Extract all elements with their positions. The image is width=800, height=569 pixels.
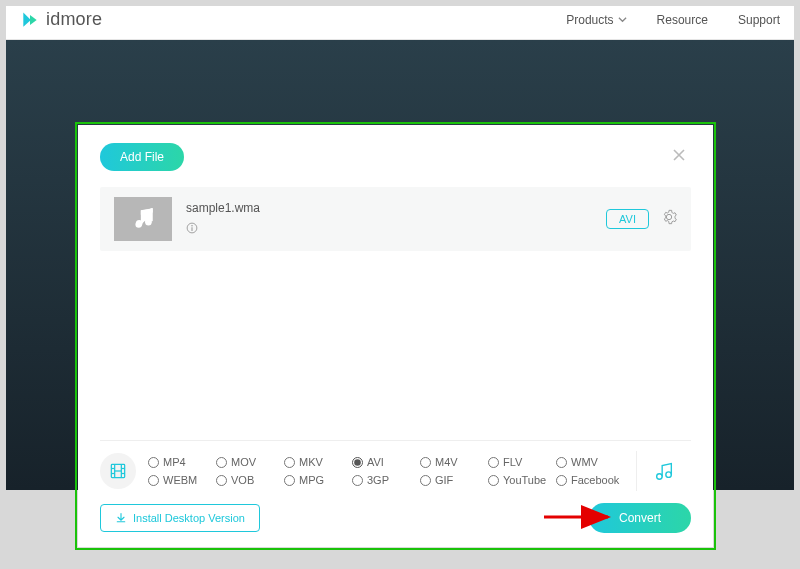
format-label: FLV [503, 456, 522, 468]
brand-logo[interactable]: idmore [20, 9, 102, 30]
file-actions: AVI [606, 209, 677, 229]
svg-point-6 [191, 225, 193, 227]
modal-header: Add File [100, 143, 691, 171]
format-radio[interactable] [216, 457, 227, 468]
format-label: MPG [299, 474, 324, 486]
info-icon[interactable] [186, 220, 260, 238]
format-option-mkv[interactable]: MKV [284, 456, 352, 468]
format-radio[interactable] [148, 475, 159, 486]
nav-products-label: Products [566, 13, 613, 27]
brand-name: idmore [46, 9, 102, 30]
format-label: MKV [299, 456, 323, 468]
format-radio[interactable] [556, 475, 567, 486]
svg-point-16 [657, 474, 663, 480]
format-radio[interactable] [420, 475, 431, 486]
format-option-flv[interactable]: FLV [488, 456, 556, 468]
format-label: M4V [435, 456, 458, 468]
top-nav-bar: idmore Products Resource Support [0, 0, 800, 40]
format-radio[interactable] [284, 475, 295, 486]
format-radio[interactable] [216, 475, 227, 486]
format-label: 3GP [367, 474, 389, 486]
file-thumbnail [114, 197, 172, 241]
formats-grid: MP4MOVMKVAVIM4VFLVWMVWEBMVOBMPG3GPGIFYou… [148, 456, 624, 486]
format-radio[interactable] [352, 475, 363, 486]
format-option-3gp[interactable]: 3GP [352, 474, 420, 486]
nav-resource[interactable]: Resource [657, 13, 708, 27]
format-radio[interactable] [556, 457, 567, 468]
audio-formats-icon[interactable] [636, 451, 675, 491]
format-label: VOB [231, 474, 254, 486]
format-label: Facebook [571, 474, 619, 486]
install-desktop-label: Install Desktop Version [133, 512, 245, 524]
format-option-m4v[interactable]: M4V [420, 456, 488, 468]
format-label: YouTube [503, 474, 546, 486]
output-format-badge[interactable]: AVI [606, 209, 649, 229]
gear-icon[interactable] [661, 209, 677, 229]
format-label: MP4 [163, 456, 186, 468]
format-option-mpg[interactable]: MPG [284, 474, 352, 486]
file-info: sample1.wma [186, 201, 260, 238]
format-option-youtube[interactable]: YouTube [488, 474, 556, 486]
format-option-mov[interactable]: MOV [216, 456, 284, 468]
format-option-avi[interactable]: AVI [352, 456, 420, 468]
format-radio[interactable] [488, 475, 499, 486]
spacer [100, 251, 691, 440]
format-option-facebook[interactable]: Facebook [556, 474, 624, 486]
svg-point-17 [666, 472, 672, 478]
format-option-gif[interactable]: GIF [420, 474, 488, 486]
svg-rect-7 [191, 227, 192, 231]
format-option-wmv[interactable]: WMV [556, 456, 624, 468]
format-option-webm[interactable]: WEBM [148, 474, 216, 486]
install-desktop-button[interactable]: Install Desktop Version [100, 504, 260, 532]
format-radio[interactable] [352, 457, 363, 468]
format-radio[interactable] [488, 457, 499, 468]
music-icon [653, 460, 675, 482]
format-radio[interactable] [420, 457, 431, 468]
converter-modal: Add File sample1.wma AVI [78, 125, 713, 547]
music-note-icon [130, 206, 156, 232]
format-label: MOV [231, 456, 256, 468]
format-label: AVI [367, 456, 384, 468]
add-file-button[interactable]: Add File [100, 143, 184, 171]
nav-links: Products Resource Support [566, 13, 780, 27]
nav-products[interactable]: Products [566, 13, 626, 27]
convert-button[interactable]: Convert [589, 503, 691, 533]
format-radio[interactable] [284, 457, 295, 468]
logo-icon [20, 10, 40, 30]
close-icon[interactable] [667, 143, 691, 171]
file-name: sample1.wma [186, 201, 260, 215]
format-radio[interactable] [148, 457, 159, 468]
nav-support[interactable]: Support [738, 13, 780, 27]
modal-footer: Install Desktop Version Convert [100, 503, 691, 533]
chevron-down-icon [618, 15, 627, 24]
format-option-mp4[interactable]: MP4 [148, 456, 216, 468]
video-formats-icon[interactable] [100, 453, 136, 489]
format-label: WMV [571, 456, 598, 468]
format-option-vob[interactable]: VOB [216, 474, 284, 486]
formats-section: MP4MOVMKVAVIM4VFLVWMVWEBMVOBMPG3GPGIFYou… [100, 440, 691, 491]
format-label: GIF [435, 474, 453, 486]
format-label: WEBM [163, 474, 197, 486]
download-icon [115, 512, 127, 524]
film-icon [108, 461, 128, 481]
file-row: sample1.wma AVI [100, 187, 691, 251]
